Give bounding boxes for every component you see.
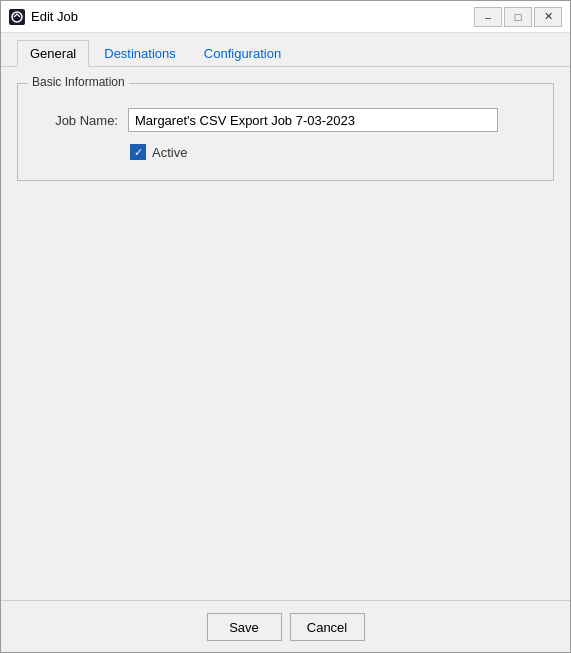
- edit-job-window: Edit Job – □ ✕ General Destinations Conf…: [0, 0, 571, 653]
- maximize-button[interactable]: □: [504, 7, 532, 27]
- app-icon: [9, 9, 25, 25]
- close-button[interactable]: ✕: [534, 7, 562, 27]
- job-name-input[interactable]: [128, 108, 498, 132]
- active-checkbox[interactable]: ✓: [130, 144, 146, 160]
- basic-information-section: Basic Information Job Name: ✓ Active: [17, 83, 554, 181]
- job-name-label: Job Name:: [38, 113, 118, 128]
- tab-destinations[interactable]: Destinations: [91, 40, 189, 67]
- active-checkbox-container[interactable]: ✓ Active: [130, 144, 187, 160]
- job-name-row: Job Name:: [38, 108, 533, 132]
- active-label: Active: [152, 145, 187, 160]
- save-button[interactable]: Save: [207, 613, 282, 641]
- tab-configuration[interactable]: Configuration: [191, 40, 294, 67]
- cancel-button[interactable]: Cancel: [290, 613, 365, 641]
- footer: Save Cancel: [1, 600, 570, 652]
- section-legend: Basic Information: [28, 75, 129, 89]
- tab-general[interactable]: General: [17, 40, 89, 67]
- active-row: ✓ Active: [130, 144, 533, 160]
- tab-bar: General Destinations Configuration: [1, 33, 570, 67]
- main-content: Basic Information Job Name: ✓ Active: [1, 67, 570, 600]
- window-controls: – □ ✕: [474, 7, 562, 27]
- minimize-button[interactable]: –: [474, 7, 502, 27]
- window-title: Edit Job: [31, 9, 474, 24]
- title-bar: Edit Job – □ ✕: [1, 1, 570, 33]
